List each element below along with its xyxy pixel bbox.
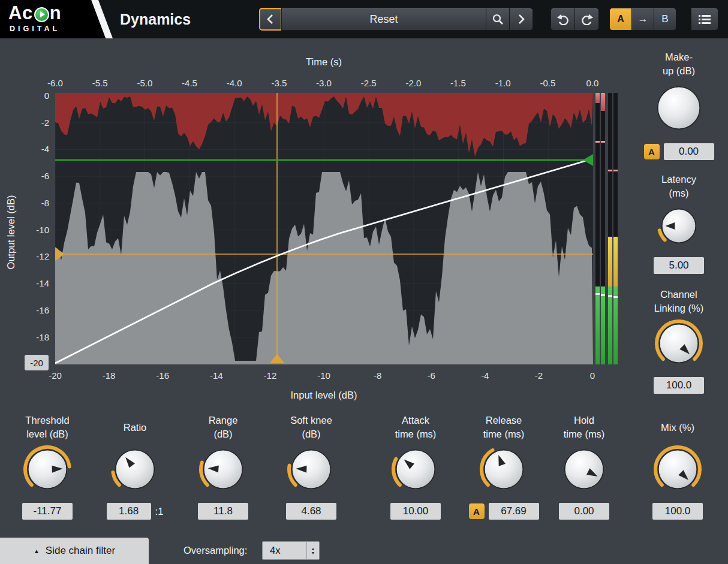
tick-label: -20 [42, 370, 68, 381]
tick-label: -14 [17, 278, 49, 288]
oversampling-value: 4x [263, 542, 306, 559]
tick-label: -6 [418, 370, 444, 381]
output-min-badge[interactable]: -20 [25, 355, 49, 370]
release-control: Releasetime (ms) A 67.69 [462, 414, 546, 520]
collapse-triangle-icon: ▲ [34, 548, 40, 554]
hold-value[interactable]: 0.00 [559, 503, 609, 520]
menu-button[interactable] [691, 8, 718, 31]
range-knob[interactable] [198, 445, 248, 496]
dynamics-transfer-plot[interactable] [55, 93, 593, 364]
channel-linking-value[interactable]: 100.0 [654, 377, 704, 394]
ab-copy-arrow-button[interactable]: → [631, 8, 654, 31]
time-axis-title: Time (s) [264, 56, 384, 68]
tick-label: -0.5 [534, 78, 561, 88]
makeup-value[interactable]: 0.00 [664, 143, 714, 160]
ratio-value[interactable]: 1.68 [107, 503, 151, 520]
mix-value[interactable]: 100.0 [652, 503, 703, 520]
tick-label: -6 [17, 171, 49, 181]
tick-label: -16 [17, 305, 49, 315]
output-ceiling-handle [583, 154, 593, 166]
meter-track [595, 93, 600, 364]
dynamics-plugin-window: Acn DIGITAL Dynamics Reset A [0, 0, 728, 564]
tick-label: -4.5 [176, 78, 203, 88]
oversampling-label: Oversampling: [183, 541, 247, 560]
tick-label: -16 [149, 370, 176, 381]
attack-knob[interactable] [391, 445, 440, 496]
release-automation-badge[interactable]: A [469, 503, 485, 519]
range-control: Range(dB) 11.8 [181, 414, 265, 520]
redo-button[interactable] [574, 8, 599, 31]
makeup-control: Make-up (dB) A 0.00 [637, 50, 721, 160]
side-chain-filter-button[interactable]: ▲ Side chain filter [0, 538, 149, 564]
ab-a-button[interactable]: A [609, 8, 632, 31]
side-chain-filter-label: Side chain filter [46, 545, 115, 557]
tick-label: -1.5 [445, 78, 471, 88]
ratio-knob[interactable] [110, 445, 160, 496]
hold-knob[interactable] [559, 445, 609, 496]
undo-redo-group [550, 8, 599, 31]
mix-control: Mix (%) 100.0 [636, 414, 720, 520]
threshold-value[interactable]: -11.77 [22, 503, 73, 520]
tick-label: -12 [17, 251, 49, 261]
redo-icon [580, 14, 594, 25]
tick-label: 0 [17, 91, 49, 101]
latency-control: Latency(ms) 5.00 [637, 173, 721, 274]
makeup-label: Make-up (dB) [663, 50, 695, 78]
meter-track [608, 93, 612, 364]
page-title: Dynamics [120, 0, 191, 38]
tick-label: -8 [365, 370, 391, 381]
soft-knee-control: Soft knee(dB) 4.68 [269, 414, 353, 520]
tick-label: 0.0 [579, 78, 606, 88]
latency-label: Latency(ms) [661, 173, 696, 200]
tick-label: -4 [472, 370, 498, 381]
tick-label: -4.0 [221, 78, 248, 88]
tick-label: 0 [579, 370, 606, 381]
release-knob[interactable] [479, 445, 528, 496]
makeup-knob[interactable] [652, 82, 705, 137]
channel-linking-knob[interactable] [654, 319, 703, 370]
tick-label: -2.0 [400, 78, 426, 88]
meter-track [601, 93, 605, 364]
tick-label: -5.0 [131, 78, 158, 88]
output-axis-ticks: 0-2-4-6-8-10-12-14-16-18 [17, 0, 52, 372]
tick-label: -12 [257, 370, 283, 381]
tick-label: -18 [96, 370, 122, 381]
tick-label: -3.5 [266, 78, 292, 88]
preset-search-button[interactable] [486, 8, 510, 31]
range-value[interactable]: 11.8 [198, 503, 248, 520]
oversampling-select[interactable]: 4x ▲▼ [262, 541, 320, 560]
tick-label: -2 [525, 370, 552, 381]
undo-button[interactable] [550, 8, 575, 31]
soft-knee-value[interactable]: 4.68 [286, 503, 336, 520]
tick-label: -14 [203, 370, 230, 381]
threshold-knob[interactable] [23, 445, 72, 496]
undo-icon [556, 14, 570, 25]
ab-b-button[interactable]: B [654, 8, 676, 31]
list-menu-icon [699, 14, 711, 24]
search-icon [492, 13, 504, 25]
spinner-arrows-icon[interactable]: ▲▼ [306, 542, 319, 559]
mix-knob[interactable] [653, 445, 702, 496]
tick-label: -10 [311, 370, 337, 381]
release-value[interactable]: 67.69 [489, 503, 539, 520]
latency-value[interactable]: 5.00 [654, 257, 704, 274]
ratio-control: Ratio 1.68 :1 [93, 414, 177, 520]
time-axis-ticks: -6.0-5.5-5.0-4.5-4.0-3.5-3.0-2.5-2.0-1.5… [0, 78, 728, 90]
preset-prev-button[interactable] [259, 8, 282, 31]
preset-name-button[interactable]: Reset [281, 8, 486, 31]
makeup-automation-badge[interactable]: A [644, 144, 660, 159]
latency-knob[interactable] [657, 204, 701, 251]
preset-group: Reset [259, 8, 533, 31]
tick-label: -2 [17, 117, 49, 128]
tick-label: -3.0 [311, 78, 337, 88]
tick-label: -1.0 [490, 78, 516, 88]
attack-value[interactable]: 10.00 [390, 503, 441, 520]
level-meters [595, 93, 618, 364]
tick-label: -18 [17, 332, 49, 342]
transfer-curve-canvas[interactable] [55, 93, 593, 364]
preset-next-button[interactable] [509, 8, 533, 31]
meter-track [613, 93, 618, 364]
soft-knee-knob[interactable] [287, 445, 336, 496]
tick-label: -4 [17, 144, 49, 154]
attack-control: Attacktime (ms) 10.00 [374, 414, 458, 520]
